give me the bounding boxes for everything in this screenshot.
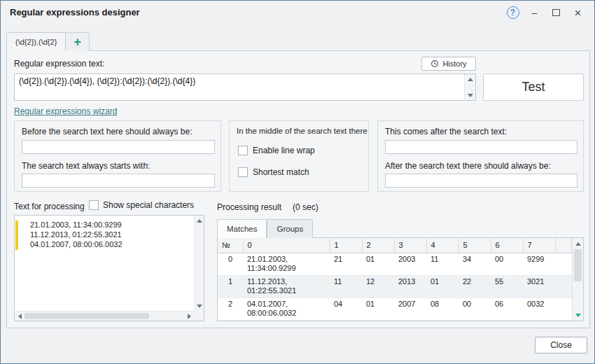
column-header[interactable]: 1 xyxy=(330,238,362,253)
filler-cell xyxy=(555,253,572,275)
main-panel: Regular expression text: History (\d{2})… xyxy=(6,50,590,328)
always-before-input[interactable] xyxy=(22,140,215,154)
arrow-down-icon xyxy=(468,94,473,97)
scroll-left-button[interactable] xyxy=(15,312,24,321)
scroll-down-button[interactable] xyxy=(573,311,582,319)
table-row[interactable]: 1 11.12.2013, 01:22:55.3021 11 12 2013 0… xyxy=(218,275,572,298)
middle-label: In the middle of the search text there xyxy=(237,127,368,135)
processing-time: (0 sec) xyxy=(293,202,318,212)
text-for-processing-label: Text for processing xyxy=(14,202,85,211)
filler-cell xyxy=(555,298,572,320)
regex-scroll-up-button[interactable] xyxy=(465,75,476,83)
comes-after-label: This comes after the search text: xyxy=(385,127,507,136)
column-header[interactable]: 4 xyxy=(426,238,458,253)
scroll-right-button[interactable] xyxy=(185,312,193,321)
history-label: History xyxy=(442,59,466,68)
source-text-area[interactable]: 21.01.2003, 11:34:00.9299 11.12.2013, 01… xyxy=(14,215,204,321)
column-header[interactable]: 6 xyxy=(491,238,523,253)
close-button[interactable]: × xyxy=(567,5,589,20)
processing-result-label: Processing result xyxy=(217,202,281,212)
close-dialog-button[interactable]: Close xyxy=(535,337,587,354)
group-cell: 00 xyxy=(491,253,523,275)
table-row[interactable]: 2 04.01.2007, 08:00:06.0032 04 01 2007 0… xyxy=(218,298,572,320)
column-header[interactable]: 5 xyxy=(458,238,491,253)
scroll-up-button[interactable] xyxy=(573,239,582,248)
regex-scrollbar xyxy=(464,74,475,100)
help-icon: ? xyxy=(507,6,519,19)
table-row[interactable]: 0 21.01.2003, 11:34:00.9299 21 01 2003 1… xyxy=(218,253,572,275)
starts-with-input[interactable] xyxy=(22,174,215,188)
history-button[interactable]: History xyxy=(421,57,476,71)
shortest-match-label[interactable]: Shortest match xyxy=(253,167,309,177)
regex-wizard-link[interactable]: Regular expressions wizard xyxy=(14,106,117,116)
show-special-characters-label[interactable]: Show special characters xyxy=(103,200,194,210)
enable-line-wrap-row: Enable line wrap xyxy=(238,146,315,155)
horizontal-scroll-thumb[interactable] xyxy=(24,313,149,319)
shortest-match-checkbox[interactable] xyxy=(238,167,248,177)
enable-line-wrap-checkbox[interactable] xyxy=(238,146,248,155)
minimize-icon: – xyxy=(532,7,538,18)
add-tab-button[interactable]: + xyxy=(66,32,90,51)
column-header[interactable]: 7 xyxy=(523,238,555,253)
arrow-left-icon xyxy=(18,314,22,319)
arrow-up-icon xyxy=(197,219,202,223)
arrow-down-icon xyxy=(197,304,202,308)
history-icon xyxy=(430,59,439,68)
scroll-down-button[interactable] xyxy=(195,302,204,310)
table-header-row: № 0 1 2 3 4 5 6 7 xyxy=(218,238,572,253)
match-cell: 21.01.2003, 11:34:00.9299 xyxy=(243,253,330,275)
starts-with-label: The search text always starts with: xyxy=(22,161,150,171)
source-line: 11.12.2013, 01:22:55.3021 xyxy=(30,230,122,239)
enable-line-wrap-label[interactable]: Enable line wrap xyxy=(253,146,315,155)
results-table: № 0 1 2 3 4 5 6 7 xyxy=(217,237,584,321)
minimize-button[interactable]: – xyxy=(524,5,545,20)
match-cell: 04.01.2007, 08:00:06.0032 xyxy=(243,298,330,320)
arrow-up-icon xyxy=(468,78,473,81)
always-after-input[interactable] xyxy=(385,174,578,188)
group-cell: 01 xyxy=(426,275,458,298)
row-index: 1 xyxy=(218,275,243,298)
regex-scroll-down-button[interactable] xyxy=(465,91,476,99)
regex-input[interactable]: (\d{2}).(\d{2}).(\d{4}), (\d{2}):(\d{2})… xyxy=(15,74,464,100)
vertical-scroll-thumb[interactable] xyxy=(574,249,582,281)
scroll-up-button[interactable] xyxy=(195,216,204,225)
column-header-filler xyxy=(555,238,572,253)
group-cell: 34 xyxy=(458,253,491,275)
test-button[interactable]: Test xyxy=(483,74,584,101)
tab-matches[interactable]: Matches xyxy=(217,219,267,238)
document-tabs: (\d{2}).(\d{2} + xyxy=(6,32,90,51)
tab-groups[interactable]: Groups xyxy=(267,219,313,238)
source-lines: 21.01.2003, 11:34:00.9299 11.12.2013, 01… xyxy=(30,220,122,249)
maximize-button[interactable] xyxy=(545,5,567,20)
regex-label: Regular expression text: xyxy=(14,59,104,69)
column-header[interactable]: 3 xyxy=(394,238,426,253)
group-cell: 3021 xyxy=(523,275,555,298)
source-vertical-scrollbar[interactable] xyxy=(194,216,204,311)
group-cell: 01 xyxy=(362,298,394,320)
comes-after-input[interactable] xyxy=(385,140,578,154)
group-cell: 2013 xyxy=(394,275,426,298)
column-header[interactable]: 0 xyxy=(243,238,330,253)
help-button[interactable]: ? xyxy=(502,5,524,20)
table-vertical-scrollbar[interactable] xyxy=(572,238,583,321)
group-cell: 04 xyxy=(330,298,362,320)
group-cell: 2003 xyxy=(394,253,426,275)
group-cell: 11 xyxy=(330,275,362,298)
after-search-panel: This comes after the search text: After … xyxy=(377,120,584,192)
group-cell: 01 xyxy=(362,253,394,275)
window-title: Regular expressions designer xyxy=(10,7,140,18)
group-cell: 21 xyxy=(330,253,362,275)
processing-result-header: Processing result (0 sec) xyxy=(217,202,318,212)
group-cell: 55 xyxy=(491,275,523,298)
row-index: 2 xyxy=(218,298,243,320)
source-horizontal-scrollbar[interactable] xyxy=(15,311,194,321)
close-icon: × xyxy=(575,7,582,19)
column-header[interactable]: 2 xyxy=(362,238,394,253)
arrow-up-icon xyxy=(575,242,581,246)
column-header[interactable]: № xyxy=(218,238,243,253)
regex-designer-window: Regular expressions designer ? – × (\d{2… xyxy=(0,0,595,364)
group-cell: 00 xyxy=(458,298,491,320)
show-special-characters-checkbox[interactable] xyxy=(89,200,99,210)
tab-regex-pattern[interactable]: (\d{2}).(\d{2} xyxy=(6,32,66,51)
source-line: 21.01.2003, 11:34:00.9299 xyxy=(30,220,122,229)
